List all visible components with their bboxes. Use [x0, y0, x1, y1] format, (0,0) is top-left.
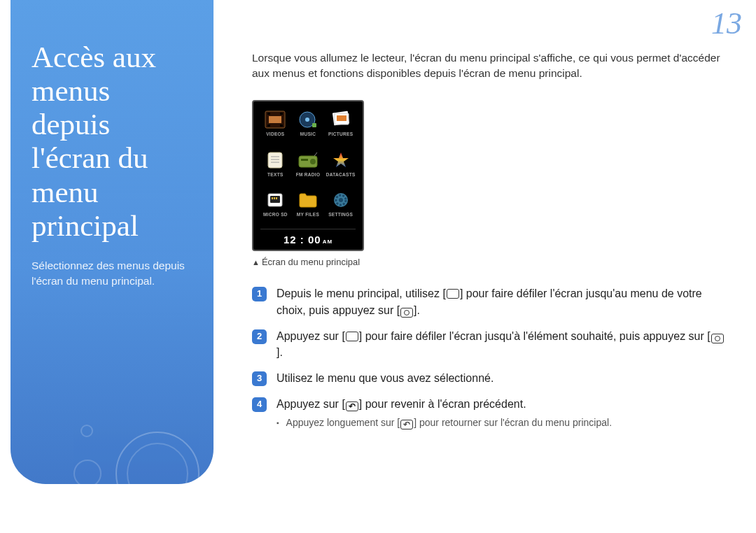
- sub-bullet: Appuyez longuement sur [↶] pour retourne…: [276, 417, 728, 429]
- step-badge: 3: [252, 371, 267, 386]
- settings-icon: [329, 190, 353, 210]
- svg-rect-23: [272, 197, 273, 199]
- device-caption: Écran du menu principal: [252, 257, 728, 267]
- menu-music: MUSIC: [293, 110, 323, 147]
- radio-icon: [296, 150, 320, 170]
- page-number: 13: [711, 6, 742, 41]
- pictures-icon: [329, 110, 353, 129]
- svg-rect-8: [312, 123, 316, 127]
- svg-rect-24: [274, 197, 275, 199]
- svg-point-28: [339, 198, 343, 202]
- step-2: 2 Appuyez sur [] pour faire défiler l'éc…: [252, 328, 728, 360]
- menu-videos: VIDEOS: [260, 110, 290, 147]
- menu-fmradio: FM RADIO: [293, 150, 323, 187]
- select-key-icon: [711, 334, 724, 343]
- step-text: Appuyez sur [↶] pour revenir à l'écran p…: [276, 396, 728, 412]
- step-badge: 2: [252, 329, 267, 344]
- step-4: 4 Appuyez sur [↶] pour revenir à l'écran…: [252, 396, 728, 412]
- menu-settings: SETTINGS: [326, 190, 356, 227]
- microsd-icon: [263, 190, 287, 210]
- step-1: 1 Depuis le menu principal, utilisez [] …: [252, 285, 728, 318]
- svg-rect-12: [268, 152, 282, 168]
- step-text: Depuis le menu principal, utilisez [] po…: [276, 285, 728, 318]
- svg-rect-3: [267, 125, 270, 127]
- svg-marker-20: [333, 152, 349, 167]
- step-badge: 1: [252, 287, 267, 301]
- intro-paragraph: Lorsque vous allumez le lecteur, l'écran…: [252, 50, 728, 80]
- svg-rect-1: [267, 113, 270, 115]
- menu-texts: TEXTS: [260, 150, 290, 187]
- step-3: 3 Utilisez le menu que vous avez sélecti…: [252, 370, 728, 386]
- datacasts-icon: [329, 150, 353, 170]
- svg-rect-5: [269, 116, 281, 123]
- step-text: Appuyez sur [] pour faire défiler l'écra…: [276, 328, 728, 360]
- device-screen: VIDEOS MUSIC PICTURES: [252, 100, 364, 251]
- menu-microsd: MICRO SD: [260, 190, 290, 227]
- menu-myfiles: MY FILES: [293, 190, 323, 227]
- menu-datacasts: DATACASTS: [326, 150, 356, 187]
- sidebar-title: Accès aux menus depuis l'écran du menu p…: [31, 41, 192, 243]
- folder-icon: [296, 190, 320, 210]
- sidebar-subtitle: Sélectionnez des menus depuis l'écran du…: [31, 258, 192, 290]
- sub-bullet-text: Appuyez longuement sur [↶] pour retourne…: [286, 417, 612, 429]
- svg-rect-4: [280, 125, 283, 127]
- main-content: Lorsque vous allumez le lecteur, l'écran…: [252, 50, 728, 429]
- device-menu-grid: VIDEOS MUSIC PICTURES: [260, 110, 356, 227]
- music-icon: [296, 110, 320, 129]
- device-illustration-wrap: VIDEOS MUSIC PICTURES: [252, 100, 728, 267]
- svg-rect-11: [337, 115, 346, 121]
- menu-pictures: PICTURES: [326, 110, 356, 147]
- svg-line-19: [314, 152, 317, 156]
- steps-list: 1 Depuis le menu principal, utilisez [] …: [252, 285, 728, 429]
- svg-rect-25: [276, 197, 277, 199]
- svg-rect-18: [301, 159, 308, 161]
- step-badge: 4: [252, 397, 267, 412]
- step-text: Utilisez le menu que vous avez sélection…: [276, 370, 728, 386]
- svg-point-17: [310, 159, 316, 164]
- nav-key-icon: [346, 332, 358, 341]
- device-clock: 12 : 00 AM: [260, 229, 356, 246]
- svg-point-7: [305, 118, 309, 122]
- back-key-icon: ↶: [400, 420, 413, 429]
- videos-icon: [263, 110, 287, 129]
- svg-rect-2: [280, 113, 283, 115]
- select-key-icon: [400, 308, 413, 318]
- nav-key-icon: [447, 289, 459, 299]
- sidebar: Accès aux menus depuis l'écran du menu p…: [10, 0, 214, 484]
- back-key-icon: ↶: [346, 401, 358, 411]
- texts-icon: [263, 150, 287, 170]
